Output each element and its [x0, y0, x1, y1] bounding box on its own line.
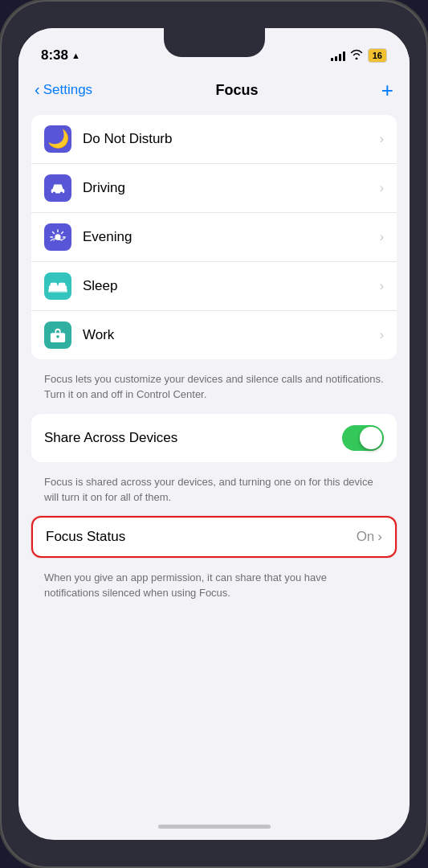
- sleep-icon: [44, 272, 71, 300]
- focus-status-value: On ›: [357, 529, 382, 545]
- back-button[interactable]: ‹ Settings: [35, 81, 92, 99]
- notch: [164, 28, 265, 57]
- focus-status-card: Focus Status On ›: [31, 516, 397, 558]
- focus-description: Focus lets you customize your devices an…: [31, 366, 397, 414]
- work-icon: [44, 321, 71, 349]
- svg-rect-14: [51, 283, 58, 288]
- driving-icon: [44, 174, 71, 202]
- chevron-right-icon: ›: [380, 328, 384, 342]
- status-time: 8:38 ▲: [41, 47, 80, 63]
- list-item[interactable]: 🌙 Do Not Disturb ›: [31, 115, 397, 164]
- share-devices-row: Share Across Devices: [31, 414, 397, 462]
- svg-point-2: [60, 192, 63, 195]
- sleep-label: Sleep: [83, 278, 380, 294]
- focus-list-card: 🌙 Do Not Disturb › Dri: [31, 115, 397, 359]
- list-item[interactable]: Evening ›: [31, 213, 397, 262]
- time-display: 8:38: [41, 47, 68, 63]
- chevron-right-icon: ›: [380, 181, 384, 195]
- home-indicator[interactable]: [18, 813, 410, 840]
- status-icons: 16: [331, 48, 387, 63]
- back-label: Settings: [43, 82, 92, 98]
- battery-icon: 16: [368, 48, 387, 63]
- focus-status-description: When you give an app permission, it can …: [31, 564, 397, 612]
- share-devices-description: Focus is shared across your devices, and…: [31, 469, 397, 517]
- svg-point-1: [53, 192, 56, 195]
- svg-rect-16: [48, 289, 67, 292]
- evening-label: Evening: [83, 229, 380, 245]
- content-area: 🌙 Do Not Disturb › Dri: [18, 107, 410, 813]
- focus-status-row[interactable]: Focus Status On ›: [33, 518, 395, 556]
- driving-label: Driving: [83, 180, 380, 196]
- list-item[interactable]: Sleep ›: [31, 262, 397, 311]
- chevron-right-icon: ›: [380, 230, 384, 244]
- svg-rect-15: [59, 283, 66, 288]
- home-bar: [158, 825, 271, 829]
- back-chevron-icon: ‹: [35, 80, 40, 99]
- list-item[interactable]: Driving ›: [31, 164, 397, 213]
- work-label: Work: [83, 327, 380, 343]
- location-icon: ▲: [71, 51, 80, 60]
- focus-status-label: Focus Status: [46, 529, 125, 545]
- share-devices-card: Share Across Devices: [31, 414, 397, 462]
- evening-icon: [44, 223, 71, 251]
- signal-icon: [331, 50, 345, 61]
- focus-status-chevron-icon: ›: [377, 529, 382, 545]
- share-devices-toggle[interactable]: [342, 425, 384, 451]
- focus-status-on-text: On: [357, 529, 375, 545]
- battery-level: 16: [373, 51, 382, 60]
- phone-frame: 8:38 ▲ 16: [0, 0, 428, 868]
- svg-rect-12: [49, 241, 67, 246]
- list-item[interactable]: Work ›: [31, 311, 397, 359]
- svg-line-8: [53, 232, 55, 234]
- chevron-right-icon: ›: [380, 132, 384, 146]
- nav-bar: ‹ Settings Focus +: [18, 72, 410, 107]
- do-not-disturb-icon: 🌙: [44, 125, 71, 153]
- share-devices-label: Share Across Devices: [44, 430, 177, 446]
- add-button[interactable]: +: [381, 80, 393, 100]
- phone-screen: 8:38 ▲ 16: [18, 28, 410, 840]
- svg-line-11: [62, 232, 63, 234]
- svg-point-18: [56, 335, 59, 338]
- do-not-disturb-label: Do Not Disturb: [83, 131, 380, 147]
- chevron-right-icon: ›: [380, 279, 384, 293]
- wifi-icon: [350, 49, 363, 62]
- page-title: Focus: [215, 82, 258, 99]
